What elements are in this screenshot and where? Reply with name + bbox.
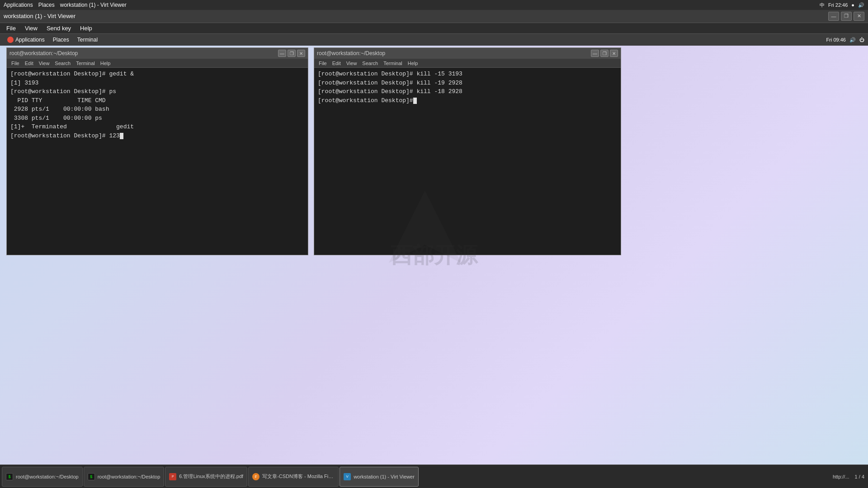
taskbar-terminal2-label: root@workstation:~/Desktop: [98, 474, 160, 479]
virt-minimize-button[interactable]: —: [828, 12, 839, 21]
applications-icon: [7, 37, 14, 43]
terminal-right-menu-help[interactable]: Help: [405, 60, 421, 66]
terminal-right-maximize[interactable]: ❐: [600, 50, 609, 57]
terminal-right-close[interactable]: ✕: [610, 50, 618, 57]
terminal-left-menu-help[interactable]: Help: [98, 60, 113, 66]
cursor-left: [120, 133, 123, 139]
terminal-left-menu-file[interactable]: File: [9, 60, 22, 66]
taskbar-pdf-icon: P: [169, 473, 176, 480]
virt-menu-view[interactable]: View: [20, 24, 42, 33]
taskbar-pdf-label: 6.管理Linux系统中的进程.pdf: [179, 473, 243, 480]
virt-restore-button[interactable]: ❐: [841, 12, 852, 21]
terminal-right-menu-terminal[interactable]: Terminal: [381, 60, 405, 66]
terminal-right-menu-file[interactable]: File: [316, 60, 330, 66]
virt-titlebar-buttons: — ❐ ✕: [828, 12, 864, 21]
host-status-icon: ●: [851, 2, 854, 8]
terminal-left-menu-edit[interactable]: Edit: [22, 60, 36, 66]
terminal-right-buttons: — ❐ ✕: [591, 50, 618, 57]
taskbar-item-terminal2[interactable]: $ root@workstation:~/Desktop: [84, 467, 165, 487]
terminal-window-right: root@workstation:~/Desktop — ❐ ✕ File Ed…: [314, 47, 621, 255]
terminal-left-titlebar: root@workstation:~/Desktop — ❐ ✕: [7, 48, 308, 59]
terminal-left-content[interactable]: [root@workstation Desktop]# gedit & [1] …: [7, 68, 308, 255]
guest-power-icon: ⏻: [859, 37, 864, 42]
taskbar-item-pdf[interactable]: P 6.管理Linux系统中的进程.pdf: [165, 467, 247, 487]
guest-audio-icon: 🔊: [849, 37, 856, 43]
terminal-left-menu-search[interactable]: Search: [52, 60, 73, 66]
guest-terminal-menu[interactable]: Terminal: [74, 36, 101, 44]
taskbar-item-firefox[interactable]: F 写文章-CSDN博客 - Mozilla Firefox: [248, 467, 339, 487]
terminal-left-menubar: File Edit View Search Terminal Help: [7, 59, 308, 68]
taskbar-virt-label: workstation (1) - Virt Viewer: [354, 474, 415, 479]
virt-menu-sendkey[interactable]: Send key: [42, 24, 75, 33]
taskbar-right-area: http://... 1 / 4: [833, 474, 864, 479]
taskbar-virt-icon: V: [344, 473, 351, 480]
guest-taskbar: $ root@workstation:~/Desktop $ root@work…: [0, 465, 868, 488]
taskbar-terminal1-label: root@workstation:~/Desktop: [16, 474, 79, 479]
terminal-left-menu-view[interactable]: View: [36, 60, 52, 66]
terminal-right-title: root@workstation:~/Desktop: [317, 50, 385, 56]
terminal-left-minimize[interactable]: —: [278, 50, 286, 57]
guest-topbar: Applications Places Terminal Fri 09:46 🔊…: [0, 34, 868, 46]
host-applications-label[interactable]: Applications: [4, 2, 33, 8]
terminals-container: 西部开源 root@workstation:~/Desktop — ❐ ✕ Fi…: [0, 46, 868, 465]
host-topbar: Applications Places workstation (1) - Vi…: [0, 0, 868, 10]
virt-titlebar: workstation (1) - Virt Viewer — ❐ ✕: [0, 10, 868, 23]
virt-menu-help[interactable]: Help: [75, 24, 97, 33]
host-audio-icon: 🔊: [858, 2, 864, 8]
host-time: Fri 22:46: [828, 2, 848, 8]
taskbar-firefox-icon: F: [252, 473, 259, 480]
host-window-title-topbar: workstation (1) - Virt Viewer: [60, 2, 127, 8]
guest-topbar-right: Fri 09:46 🔊 ⏻: [826, 37, 864, 43]
virt-menu-file[interactable]: File: [2, 24, 20, 33]
cursor-right: [413, 98, 417, 104]
terminal-right-menu-edit[interactable]: Edit: [330, 60, 344, 66]
taskbar-page: 1 / 4: [855, 474, 864, 479]
virt-viewer-title: workstation (1) - Virt Viewer: [4, 13, 75, 19]
virt-menubar: File View Send key Help: [0, 23, 868, 34]
virt-close-button[interactable]: ✕: [854, 12, 864, 21]
desktop-area: 西部开源 root@workstation:~/Desktop — ❐ ✕ Fi…: [0, 46, 868, 465]
taskbar-url: http://...: [833, 474, 849, 479]
taskbar-item-virt[interactable]: V workstation (1) - Virt Viewer: [340, 467, 419, 487]
terminal-right-titlebar: root@workstation:~/Desktop — ❐ ✕: [314, 48, 621, 59]
guest-topbar-left: Applications Places Terminal: [4, 36, 101, 44]
terminal-window-left: root@workstation:~/Desktop — ❐ ✕ File Ed…: [6, 47, 308, 255]
terminal-right-minimize[interactable]: —: [591, 50, 599, 57]
terminal-right-content[interactable]: [root@workstation Desktop]# kill -15 319…: [314, 68, 621, 255]
terminal-left-title: root@workstation:~/Desktop: [9, 50, 78, 56]
terminal-right-menubar: File Edit View Search Terminal Help: [314, 59, 621, 68]
taskbar-terminal1-icon: $: [6, 473, 13, 480]
guest-applications-menu[interactable]: Applications: [4, 36, 48, 44]
host-places-label[interactable]: Places: [38, 2, 55, 8]
guest-places-menu[interactable]: Places: [49, 36, 73, 44]
guest-time: Fri 09:46: [826, 37, 846, 42]
taskbar-terminal2-icon: $: [88, 473, 95, 480]
terminal-left-buttons: — ❐ ✕: [278, 50, 305, 57]
taskbar-item-terminal1[interactable]: $ root@workstation:~/Desktop: [2, 467, 83, 487]
taskbar-firefox-label: 写文章-CSDN博客 - Mozilla Firefox: [262, 473, 335, 480]
guest-applications-label: Applications: [15, 37, 45, 43]
terminal-left-close[interactable]: ✕: [297, 50, 305, 57]
host-topbar-left: Applications Places workstation (1) - Vi…: [4, 2, 127, 8]
guest-places-label: Places: [53, 37, 69, 43]
terminal-right-menu-search[interactable]: Search: [359, 60, 381, 66]
virt-viewer-window: workstation (1) - Virt Viewer — ❐ ✕ File…: [0, 10, 868, 488]
terminal-right-menu-view[interactable]: View: [344, 60, 360, 66]
terminal-left-menu-terminal[interactable]: Terminal: [73, 60, 98, 66]
guest-terminal-label: Terminal: [77, 37, 98, 43]
guest-os: Applications Places Terminal Fri 09:46 🔊…: [0, 34, 868, 488]
host-topbar-right: 中 Fri 22:46 ● 🔊: [820, 2, 864, 9]
host-indicator: 中: [820, 2, 825, 9]
terminal-left-maximize[interactable]: ❐: [288, 50, 296, 57]
